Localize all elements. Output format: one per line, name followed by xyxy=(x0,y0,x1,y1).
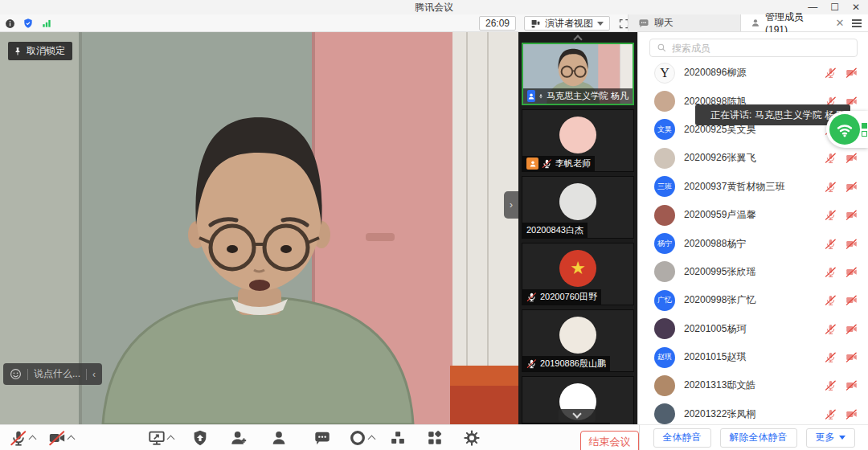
mic-muted-icon[interactable] xyxy=(825,351,837,363)
camera-control[interactable] xyxy=(48,429,74,447)
mic-muted-icon[interactable] xyxy=(825,408,837,420)
tab-members[interactable]: 管理成员(191) xyxy=(741,14,831,31)
mute-all-button[interactable]: 全体静音 xyxy=(653,428,711,448)
member-row[interactable]: 20200959卢温馨 xyxy=(638,201,868,229)
chevron-up-icon[interactable] xyxy=(68,436,76,444)
camera-off-icon[interactable] xyxy=(845,209,858,221)
member-row[interactable]: 广忆 20200998张广忆 xyxy=(638,286,868,314)
network-signal-icon[interactable] xyxy=(41,18,52,29)
members-panel: Y 20200896柳源 20200898陈旭 xyxy=(637,32,868,424)
emoji-icon[interactable] xyxy=(10,368,22,380)
record-icon xyxy=(349,429,366,447)
thumbs-scroll-down-icon[interactable] xyxy=(559,409,596,422)
chat-button[interactable] xyxy=(313,429,331,447)
mini-status-icons xyxy=(862,123,867,137)
security-button[interactable] xyxy=(191,429,209,447)
camera-off-icon[interactable] xyxy=(845,266,858,278)
search-input[interactable] xyxy=(672,43,850,54)
camera-off-icon[interactable] xyxy=(845,67,858,79)
camera-off-icon[interactable] xyxy=(48,429,66,447)
panel-close-icon[interactable]: ✕ xyxy=(831,14,849,31)
mic-muted-icon[interactable] xyxy=(825,266,837,278)
wifi-icon xyxy=(829,114,860,145)
camera-off-icon[interactable] xyxy=(845,351,858,363)
participants-button[interactable] xyxy=(270,429,288,447)
member-row[interactable]: 20201322张凤桐 xyxy=(638,400,868,424)
mic-muted-icon[interactable] xyxy=(825,152,837,164)
video-thumbnail[interactable]: ★ 20200760田野 xyxy=(522,243,634,305)
mic-muted-icon[interactable] xyxy=(825,67,837,79)
sidebar-expand-handle[interactable]: › xyxy=(504,191,518,219)
member-row[interactable]: 赵琪 20201015赵琪 xyxy=(638,343,868,371)
panel-menu-icon[interactable] xyxy=(849,14,868,31)
camera-off-icon[interactable] xyxy=(845,152,858,164)
tab-chat-label: 聊天 xyxy=(654,16,674,30)
divider xyxy=(86,369,87,380)
end-meeting-button[interactable]: 结束会议 xyxy=(580,431,639,450)
unpin-label: 取消锁定 xyxy=(27,44,65,58)
floating-network-widget[interactable] xyxy=(826,111,868,148)
member-row[interactable]: 杨宁 20200988杨宁 xyxy=(638,229,868,257)
member-row[interactable]: 20200926张翼飞 xyxy=(638,144,868,172)
mic-muted-icon[interactable] xyxy=(10,429,27,447)
status-icons xyxy=(5,14,52,32)
avatar xyxy=(654,148,675,169)
meeting-timer: 26:09 xyxy=(479,16,516,31)
collapse-chevron-icon[interactable]: ‹ xyxy=(92,369,96,380)
unmute-all-button[interactable]: 解除全体静音 xyxy=(720,428,797,448)
view-controls: 26:09 演讲者视图 xyxy=(479,14,650,32)
close-button[interactable]: ✕ xyxy=(852,0,860,14)
quick-chat-placeholder[interactable]: 说点什么... xyxy=(34,367,80,381)
member-row[interactable]: Y 20200896柳源 xyxy=(638,59,868,87)
member-name: 20200896柳源 xyxy=(684,66,816,80)
camera-off-icon[interactable] xyxy=(845,323,858,335)
mic-muted-icon[interactable] xyxy=(825,294,837,306)
avatar: 广忆 xyxy=(654,290,675,311)
settings-gear-icon[interactable] xyxy=(463,429,481,447)
avatar: 文昊 xyxy=(654,119,675,140)
avatar xyxy=(559,183,596,220)
mic-muted-icon[interactable] xyxy=(825,323,837,335)
participant-name: 马克思主义学院 杨凡 xyxy=(547,90,628,102)
divider xyxy=(27,369,28,380)
video-thumbnail[interactable]: 20200843白杰 xyxy=(522,176,634,239)
view-mode-button[interactable]: 演讲者视图 xyxy=(524,16,610,31)
mic-muted-icon[interactable] xyxy=(825,181,837,193)
camera-off-icon[interactable] xyxy=(845,379,858,391)
member-row[interactable]: 20201313邸文皓 xyxy=(638,371,868,399)
camera-off-icon[interactable] xyxy=(845,181,858,193)
info-icon[interactable] xyxy=(5,18,15,29)
chevron-up-icon[interactable] xyxy=(368,436,376,444)
apps-button[interactable] xyxy=(426,429,444,447)
mic-muted-icon[interactable] xyxy=(825,379,837,391)
video-thumbnail[interactable]: 马克思主义学院 杨凡 xyxy=(522,43,634,105)
chevron-up-icon[interactable] xyxy=(29,436,37,444)
camera-off-icon[interactable] xyxy=(845,238,858,250)
mute-control[interactable] xyxy=(10,429,35,447)
chevron-up-icon[interactable] xyxy=(167,436,175,444)
security-shield-icon[interactable] xyxy=(23,18,34,29)
breakout-rooms-button[interactable] xyxy=(389,429,407,447)
video-thumbnail[interactable]: 20190886殷山鹏 xyxy=(522,309,634,372)
camera-off-icon[interactable] xyxy=(845,294,858,306)
member-search-box[interactable] xyxy=(649,39,858,57)
search-icon xyxy=(657,43,667,53)
member-row[interactable]: 三班 20200937黄哲材物三班 xyxy=(638,173,868,201)
member-row[interactable]: 20200995张欣瑶 xyxy=(638,258,868,286)
mic-status-icon xyxy=(542,158,552,169)
maximize-button[interactable]: ☐ xyxy=(830,0,839,14)
mic-muted-icon[interactable] xyxy=(825,209,837,221)
record-button[interactable] xyxy=(349,429,375,447)
quick-chat-bar[interactable]: 说点什么... ‹ xyxy=(3,363,102,385)
thumbs-scroll-up-icon[interactable] xyxy=(570,34,586,42)
unpin-button[interactable]: 取消锁定 xyxy=(8,42,72,60)
member-row[interactable]: 20201005杨珂 xyxy=(638,315,868,343)
tab-chat[interactable]: 聊天 xyxy=(628,14,741,31)
member-name: 20200959卢温馨 xyxy=(684,208,816,222)
invite-button[interactable] xyxy=(230,429,248,447)
video-thumbnail[interactable]: 李帆老师 xyxy=(522,109,634,172)
more-button[interactable]: 更多 xyxy=(806,428,855,448)
camera-off-icon[interactable] xyxy=(845,408,858,420)
share-screen-button[interactable] xyxy=(148,429,174,447)
mic-muted-icon[interactable] xyxy=(825,238,837,250)
